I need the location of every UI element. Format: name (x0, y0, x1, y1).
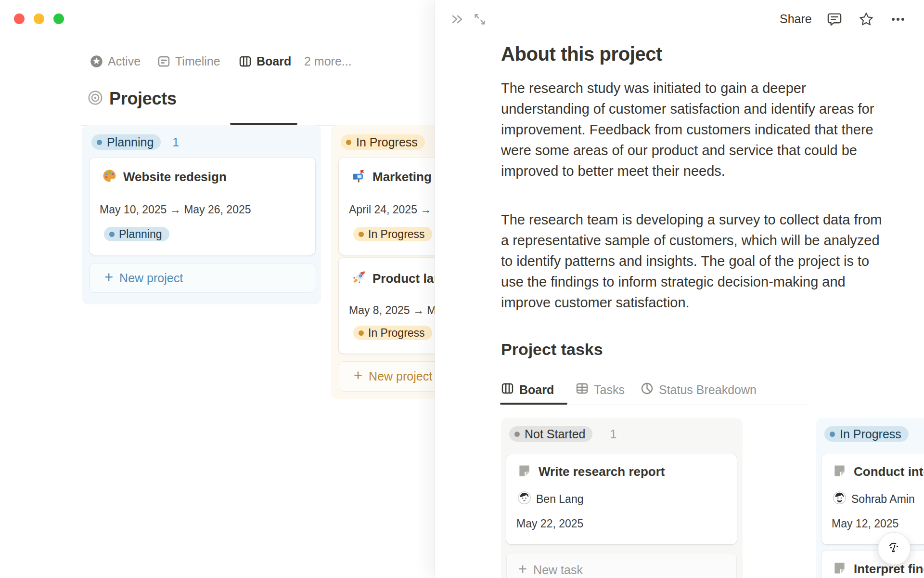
card-dates: May 10, 2025 → May 26, 2025 (100, 203, 251, 216)
tab-timeline-view[interactable]: Timeline (157, 50, 220, 72)
tasks-section-heading: Project tasks (501, 340, 603, 359)
tab-label: Active (108, 54, 141, 68)
page-icon (518, 464, 531, 479)
tab-active-view[interactable]: Active (90, 50, 141, 72)
notion-window: Active Timeline Board 2 more... Projects (0, 0, 924, 578)
comment-icon[interactable] (827, 12, 842, 27)
minimize-window-button[interactable] (34, 13, 44, 24)
column-header: Not Started 1 (509, 426, 616, 442)
status-dot (359, 330, 364, 336)
status-dot (359, 232, 364, 237)
mailbox-emoji (351, 169, 366, 185)
star-icon[interactable] (859, 12, 874, 27)
more-icon[interactable] (890, 12, 906, 27)
assignee-name: Ben Lang (536, 493, 583, 506)
active-tab-underline (230, 123, 297, 125)
plus-icon: + (104, 270, 113, 285)
status-pill-not-started[interactable]: Not Started (509, 426, 592, 442)
page-title: Projects (109, 89, 177, 109)
status-dot (346, 140, 351, 145)
card-dates: April 24, 2025 → M (349, 203, 444, 216)
doc-paragraph: The research study was initiated to gain… (501, 78, 884, 182)
tabs-divider (501, 405, 809, 405)
board-icon (239, 55, 252, 68)
card-status-tag: Planning (104, 227, 169, 241)
side-peek-panel: Share About this project The research st… (435, 0, 924, 578)
card-title: Product lau (372, 271, 441, 286)
column-not-started: Not Started 1 Write research report (501, 418, 743, 578)
card-title: Conduct interviews (854, 464, 924, 479)
card-date: May 12, 2025 (832, 517, 898, 530)
tab-label: Board (257, 54, 291, 68)
new-task-button[interactable]: + New task (506, 553, 737, 578)
page-icon (833, 562, 846, 577)
share-button[interactable]: Share (780, 7, 812, 31)
card-dates: May 8, 2025 → Ma (349, 304, 442, 317)
column-header: Planning 1 (91, 134, 179, 150)
column-header: In Progress (341, 134, 425, 150)
tasks-view-tabs: Board Tasks Status Breakdown (501, 377, 876, 402)
double-chevron-right-icon[interactable] (449, 12, 465, 27)
tab-board-view[interactable]: Board (501, 377, 554, 402)
tab-status-breakdown-view[interactable]: Status Breakdown (641, 377, 757, 402)
card-title: Marketing c (372, 170, 442, 184)
task-card-conduct-interviews[interactable]: Conduct interviews Sohrab Amin May 12, 2… (821, 454, 924, 544)
status-dot (109, 232, 115, 237)
board-view-tabs: Active Timeline Board 2 more... (0, 50, 435, 72)
table-icon (576, 382, 589, 398)
plus-icon: + (354, 368, 362, 383)
tab-more-views[interactable]: 2 more... (304, 50, 352, 72)
plus-icon: + (518, 562, 527, 577)
notion-ai-button[interactable] (878, 532, 911, 565)
card-title: Write research report (539, 464, 665, 479)
status-pill-in-progress[interactable]: In Progress (824, 426, 909, 442)
pie-chart-icon (641, 382, 654, 398)
palette-emoji (102, 169, 117, 185)
column-header: In Progress 2 (824, 426, 924, 442)
zoom-window-button[interactable] (53, 13, 64, 24)
column-count: 1 (172, 135, 179, 149)
star-circle-icon (90, 55, 103, 68)
page-icon (833, 464, 846, 479)
assignee-name: Sohrab Amin (851, 493, 915, 506)
close-window-button[interactable] (14, 13, 25, 24)
status-pill-planning[interactable]: Planning (91, 134, 161, 150)
card-date: May 22, 2025 (516, 517, 583, 530)
tab-tasks-view[interactable]: Tasks (576, 377, 625, 402)
tab-label: 2 more... (304, 54, 352, 68)
status-dot (514, 432, 520, 437)
status-dot (830, 432, 835, 437)
timeline-icon (157, 55, 170, 68)
window-controls (14, 13, 64, 24)
card-status-tag: In Progress (353, 227, 432, 241)
avatar-ben-lang (518, 491, 531, 507)
tab-board-view[interactable]: Board (239, 50, 291, 72)
card-title: Website redesign (123, 170, 227, 184)
new-project-button[interactable]: + New project (90, 263, 315, 293)
status-pill-in-progress[interactable]: In Progress (341, 134, 425, 150)
card-status-tag: In Progress (353, 326, 432, 340)
rocket-emoji (351, 270, 366, 287)
ai-face-icon (885, 539, 903, 559)
doc-paragraph: The research team is developing a survey… (501, 210, 884, 313)
column-planning: Planning 1 Website redesign May 10, 2025… (82, 125, 321, 304)
target-icon (87, 90, 103, 108)
column-count: 1 (610, 427, 616, 441)
avatar-sohrab-amin (833, 491, 846, 507)
page-title-row: Projects (87, 89, 177, 109)
doc-heading: About this project (501, 43, 662, 65)
task-card-write-research-report[interactable]: Write research report Ben Lang May 22, 2… (506, 454, 737, 544)
status-dot (97, 140, 102, 145)
expand-icon[interactable] (472, 12, 488, 27)
board-icon (501, 382, 514, 398)
tab-label: Timeline (175, 54, 220, 68)
project-card-website-redesign[interactable]: Website redesign May 10, 2025 → May 26, … (90, 158, 315, 255)
